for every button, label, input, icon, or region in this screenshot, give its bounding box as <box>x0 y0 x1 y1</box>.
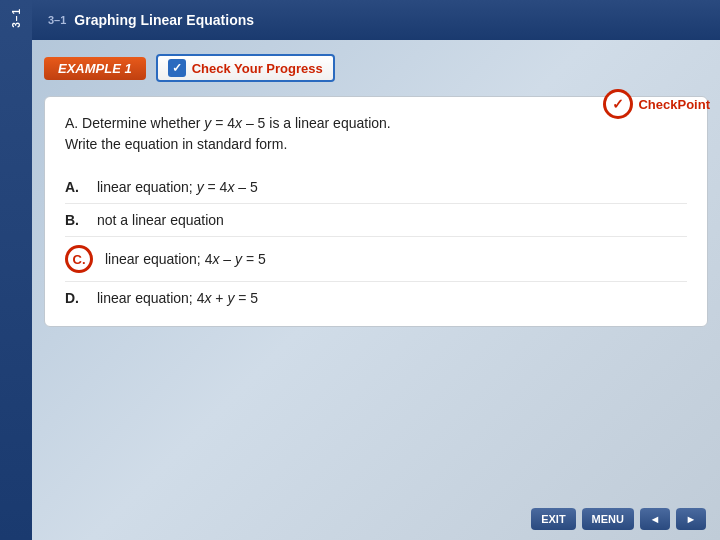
menu-button[interactable]: MENU <box>582 508 634 530</box>
check-icon: ✓ <box>168 59 186 77</box>
option-c-text: linear equation; 4x – y = 5 <box>105 251 266 267</box>
example-bar: EXAMPLE 1 ✓ Check Your Progress ✓ CheckP… <box>44 50 708 86</box>
option-b[interactable]: B. not a linear equation <box>65 204 687 237</box>
main-content: EXAMPLE 1 ✓ Check Your Progress ✓ CheckP… <box>32 40 720 540</box>
option-d-text: linear equation; 4x + y = 5 <box>97 290 258 306</box>
svg-text:✓: ✓ <box>612 96 624 112</box>
checkpoint-text: CheckPoint <box>638 97 710 112</box>
lesson-label: 3–1 <box>48 14 66 26</box>
top-header: 3–1 Graphing Linear Equations <box>32 0 720 40</box>
prev-button[interactable]: ◄ <box>640 508 670 530</box>
option-d-letter: D. <box>65 290 85 306</box>
checkpoint-badge: ✓ CheckPoint <box>602 88 710 120</box>
exit-button[interactable]: EXIT <box>531 508 575 530</box>
next-button[interactable]: ► <box>676 508 706 530</box>
option-a[interactable]: A. linear equation; y = 4x – 5 <box>65 171 687 204</box>
lesson-number: 3–1 <box>11 8 22 28</box>
bottom-nav: EXIT MENU ◄ ► <box>531 508 706 530</box>
option-a-text: linear equation; y = 4x – 5 <box>97 179 258 195</box>
example-label: EXAMPLE 1 <box>44 57 146 80</box>
check-progress-box: ✓ Check Your Progress <box>156 54 335 82</box>
check-progress-text: Check Your Progress <box>192 61 323 76</box>
header-title: Graphing Linear Equations <box>74 12 254 28</box>
question-line1: A. Determine whether y = 4x – 5 is a lin… <box>65 115 391 131</box>
left-sidebar: 3–1 <box>0 0 32 540</box>
content-box: A. Determine whether y = 4x – 5 is a lin… <box>44 96 708 327</box>
question-line2: Write the equation in standard form. <box>65 136 287 152</box>
question-text: A. Determine whether y = 4x – 5 is a lin… <box>65 113 687 155</box>
option-a-letter: A. <box>65 179 85 195</box>
option-b-letter: B. <box>65 212 85 228</box>
option-d[interactable]: D. linear equation; 4x + y = 5 <box>65 282 687 314</box>
option-b-text: not a linear equation <box>97 212 224 228</box>
option-c-letter: C. <box>65 245 93 273</box>
checkpoint-logo-icon: ✓ <box>602 88 634 120</box>
option-c[interactable]: C. linear equation; 4x – y = 5 <box>65 237 687 282</box>
